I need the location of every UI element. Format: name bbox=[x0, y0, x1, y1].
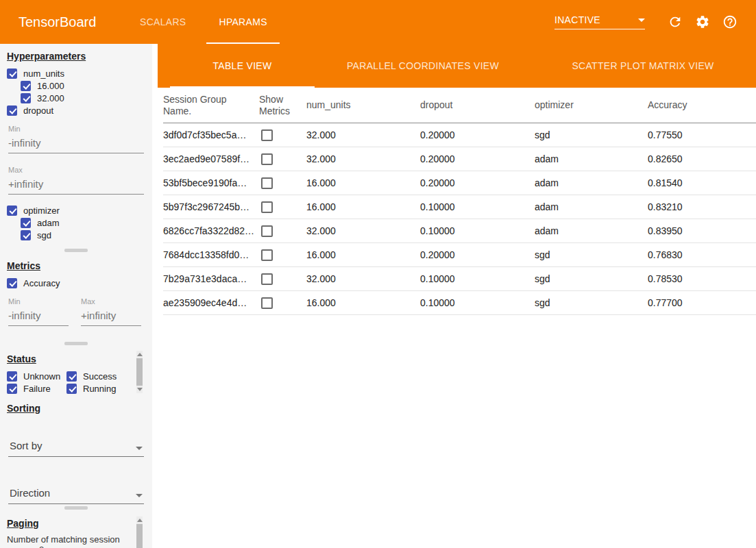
tab-scalars[interactable]: SCALARS bbox=[123, 0, 202, 44]
optimizer-cell: sgd bbox=[535, 273, 648, 284]
optimizer-sgd-row[interactable]: sgd bbox=[7, 229, 145, 241]
show-metrics-checkbox[interactable] bbox=[261, 129, 273, 141]
status-running-checkbox[interactable] bbox=[66, 384, 77, 394]
num-units-32-row[interactable]: 32.000 bbox=[7, 92, 145, 104]
metric-min-field: Min bbox=[8, 297, 69, 326]
sort-by-select[interactable]: Sort by bbox=[8, 440, 144, 457]
optimizer-cell: sgd bbox=[535, 297, 648, 308]
dropout-min-label: Min bbox=[8, 125, 144, 133]
column-header-optimizer[interactable]: optimizer bbox=[535, 99, 648, 111]
scrollbar-thumb[interactable] bbox=[136, 358, 143, 386]
chevron-down-icon bbox=[136, 447, 143, 450]
dropout-checkbox[interactable] bbox=[7, 105, 17, 116]
show-metrics-checkbox[interactable] bbox=[261, 273, 273, 285]
hyperparameters-section: Hyperparameters num_units 16.000 32.000 … bbox=[0, 44, 152, 247]
hparams-sidebar: Hyperparameters num_units 16.000 32.000 … bbox=[0, 44, 152, 548]
tab-hparams[interactable]: HPARAMS bbox=[202, 0, 283, 44]
scroll-up-icon[interactable] bbox=[137, 519, 143, 522]
column-header-accuracy[interactable]: Accuracy bbox=[648, 99, 756, 111]
status-running-row[interactable]: Running bbox=[66, 382, 127, 395]
run-status-select[interactable]: INACTIVE bbox=[554, 14, 645, 29]
table-row: 7b29a731e3daca… 32.000 0.10000 sgd 0.785… bbox=[163, 267, 756, 291]
column-header-dropout[interactable]: dropout bbox=[420, 99, 535, 111]
show-metrics-checkbox[interactable] bbox=[261, 153, 273, 165]
dropout-min-input[interactable] bbox=[8, 136, 144, 153]
dropout-cell: 0.10000 bbox=[420, 225, 535, 236]
table-header: Session Group Name. Show Metrics num_uni… bbox=[163, 88, 756, 123]
resize-handle[interactable] bbox=[64, 506, 88, 510]
session-group-name: 3ec2aed9e07589f… bbox=[163, 153, 259, 164]
paging-scrollbar[interactable] bbox=[136, 516, 143, 548]
scrollbar-thumb[interactable] bbox=[136, 524, 143, 548]
num-units-cell: 16.000 bbox=[306, 177, 420, 188]
num-units-16-checkbox[interactable] bbox=[21, 81, 31, 91]
tab-scalars-label: SCALARS bbox=[140, 16, 186, 27]
table-row: 3df0d7cf35bec5a… 32.000 0.20000 sgd 0.77… bbox=[163, 123, 756, 147]
direction-select[interactable]: Direction bbox=[8, 487, 144, 504]
section-resize-handle-row bbox=[0, 340, 152, 347]
status-failure-checkbox[interactable] bbox=[7, 384, 17, 394]
column-header-num-units[interactable]: num_units bbox=[306, 99, 420, 111]
dropout-min-field: Min bbox=[7, 125, 145, 153]
show-metrics-checkbox[interactable] bbox=[261, 249, 273, 261]
accuracy-checkbox[interactable] bbox=[7, 278, 17, 288]
metric-min-label: Min bbox=[8, 297, 69, 306]
status-success-checkbox[interactable] bbox=[66, 371, 77, 382]
num-units-row[interactable]: num_units bbox=[7, 67, 145, 79]
show-metrics-checkbox[interactable] bbox=[261, 177, 273, 189]
status-failure-label: Failure bbox=[23, 384, 51, 394]
scroll-up-icon[interactable] bbox=[137, 353, 143, 356]
refresh-button[interactable] bbox=[668, 14, 683, 29]
session-groups-table: Session Group Name. Show Metrics num_uni… bbox=[158, 88, 756, 315]
tab-table-view[interactable]: TABLE VIEW bbox=[169, 44, 316, 88]
tab-parallel-coordinates-view[interactable]: PARALLEL COORDINATES VIEW bbox=[316, 44, 530, 88]
show-metrics-checkbox[interactable] bbox=[261, 297, 273, 309]
num-units-checkbox[interactable] bbox=[7, 68, 17, 79]
refresh-icon bbox=[668, 14, 683, 29]
optimizer-sgd-checkbox[interactable] bbox=[21, 230, 31, 240]
column-header-session-group-name[interactable]: Session Group Name. bbox=[163, 94, 259, 117]
show-metrics-checkbox[interactable] bbox=[261, 225, 273, 237]
optimizer-cell: adam bbox=[535, 177, 648, 188]
num-units-16-row[interactable]: 16.000 bbox=[7, 79, 145, 92]
help-button[interactable] bbox=[722, 14, 737, 29]
dropout-row[interactable]: dropout bbox=[7, 104, 145, 116]
scroll-down-icon[interactable] bbox=[137, 388, 143, 391]
app-header: TensorBoard SCALARS HPARAMS INACTIVE bbox=[0, 0, 756, 44]
accuracy-row[interactable]: Accuracy bbox=[7, 277, 145, 289]
dropout-max-field: Max bbox=[7, 166, 145, 195]
metric-max-input[interactable] bbox=[81, 308, 141, 326]
resize-handle[interactable] bbox=[64, 249, 88, 252]
optimizer-sgd-label: sgd bbox=[37, 230, 51, 240]
status-unknown-row[interactable]: Unknown bbox=[7, 370, 66, 382]
sorting-title: Sorting bbox=[7, 403, 145, 414]
num-units-32-checkbox[interactable] bbox=[21, 93, 31, 103]
accuracy-cell: 0.82650 bbox=[648, 153, 756, 164]
dropout-max-input[interactable] bbox=[8, 177, 144, 195]
metric-min-input[interactable] bbox=[8, 308, 69, 326]
optimizer-adam-row[interactable]: adam bbox=[7, 216, 145, 229]
column-header-show-metrics[interactable]: Show Metrics bbox=[259, 94, 306, 117]
show-metrics-checkbox[interactable] bbox=[261, 201, 273, 213]
tab-scatter-plot-matrix-view[interactable]: SCATTER PLOT MATRIX VIEW bbox=[530, 44, 756, 88]
optimizer-checkbox[interactable] bbox=[7, 206, 17, 216]
optimizer-adam-checkbox[interactable] bbox=[21, 218, 31, 228]
status-failure-row[interactable]: Failure bbox=[7, 382, 66, 395]
optimizer-cell: adam bbox=[535, 153, 648, 164]
optimizer-row[interactable]: optimizer bbox=[7, 204, 145, 216]
status-success-row[interactable]: Success bbox=[66, 370, 127, 382]
section-resize-handle-row bbox=[0, 504, 152, 511]
table-row: 5b97f3c2967245b… 16.000 0.10000 adam 0.8… bbox=[163, 195, 756, 219]
status-scrollbar[interactable] bbox=[136, 351, 143, 393]
tab-hparams-label: HPARAMS bbox=[219, 16, 267, 27]
gear-icon bbox=[695, 14, 710, 29]
status-title: Status bbox=[7, 353, 145, 364]
accuracy-cell: 0.78530 bbox=[648, 273, 756, 284]
resize-handle[interactable] bbox=[64, 342, 88, 345]
accuracy-cell: 0.81540 bbox=[648, 177, 756, 188]
settings-button[interactable] bbox=[695, 14, 710, 29]
status-unknown-label: Unknown bbox=[23, 371, 60, 382]
status-unknown-checkbox[interactable] bbox=[7, 371, 17, 382]
accuracy-cell: 0.77700 bbox=[648, 297, 756, 308]
session-group-name: 6826cc7fa3322d82… bbox=[163, 225, 259, 236]
